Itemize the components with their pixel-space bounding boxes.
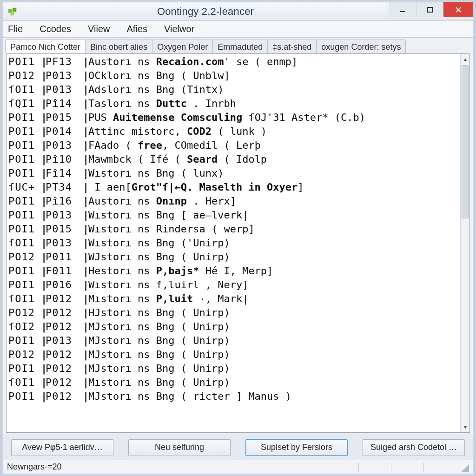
row-col-b: Pî16 [46,194,83,208]
row-sep: | [41,264,46,278]
row-sep: | [41,222,46,236]
list-row[interactable]: POI1|P016|Wıstorı ns f,luirl , Nery] [8,278,460,292]
button-neu[interactable]: Neu selfuring [128,439,231,456]
row-text: ' se ( enmp] [224,56,298,67]
list-row[interactable]: ſOI1|P013|Wıstorı ns Bng ('Unirp) [8,236,460,250]
button-avew[interactable]: Avew Pφ5·1 aerlidv… [11,439,113,456]
row-text: Bng (Tintx) [156,84,224,95]
list-row[interactable]: ſOI2|P012|MJstorı ns Bng ( Unirp) [8,320,460,334]
list-row[interactable]: PO12|P012|HJstorı ns Bng ( Unirp) [8,306,460,320]
row-col-b: P012 [46,292,83,306]
row-sep: | [41,166,46,180]
tab-satshed[interactable]: ‡s.at-shed [267,40,317,53]
row-sep: | [83,390,87,403]
title-bar: Oontingy 2,2-leancer [3,2,473,21]
minimize-button[interactable] [389,2,416,17]
row-sep: | [41,180,46,194]
row-col-c: OCklorı ns Bng ( Unblw] [87,69,460,83]
list-row[interactable]: POI1|PF13|Austorı ns Recaion.com' se ( e… [8,55,460,69]
list-row[interactable]: POI1|P013|MJstorı ns Bng ( Unirp) [8,334,460,348]
row-text: ıstorı ns Bng ( Unirp) [94,377,230,388]
row-text: ıstorı ns Bng [ ae–lverk| [94,209,248,221]
tab-oxugen[interactable]: oxugen Corder: setys [316,40,406,53]
tab-binc[interactable]: Binc obert alies [85,40,152,53]
list-row[interactable]: POI1|P015|Wıstorı ns Rindersa ( werp] [8,222,460,236]
vertical-scrollbar[interactable]: ▴ ▾ [460,54,469,432]
tab-pamco[interactable]: Pamco Nich Cotter [5,40,86,53]
scroll-thumb[interactable] [462,65,469,218]
row-col-a: POI1 [8,194,41,208]
app-icon-slot [3,7,22,17]
list-row[interactable]: POI1|Fî14|Wıstorı ns Bng ( lunx) [8,166,460,180]
list-row[interactable]: POI1|Pî16|Austorı ns Onınp . Herx] [8,194,460,208]
list-row[interactable]: POI1|F011|Hestorı ns P,bajs* Hé I, Merp] [8,264,460,278]
row-text-bold: Recaion.com [156,56,224,67]
row-col-c: Wıstorı ns f,luirl , Nery] [87,278,460,292]
row-col-a: ſOI2 [8,320,41,334]
button-suiged[interactable]: Suiged arsh Codetol … [363,439,465,456]
row-text: W [88,251,94,263]
row-col-b: P012 [46,362,83,376]
resize-grip-icon[interactable] [459,462,469,472]
list-row[interactable]: PO12|P013|OCklorı ns Bng ( Unblw] [8,69,460,83]
list-row[interactable]: ſQI1|Pî14|Taslorı ns Duttc . Inrbh [8,97,460,111]
tab-oxygen[interactable]: Oxygen Poler [152,40,213,53]
row-col-b: Pî14 [46,97,83,111]
listing[interactable]: POI1|PF13|Austorı ns Recaion.com' se ( e… [7,54,460,432]
maximize-button[interactable] [416,2,443,17]
row-col-c: MJstorı ns Bng ( Unirp) [87,362,460,376]
tab-emmaduted[interactable]: Emmaduted [212,40,268,53]
row-text: OCklorı ns [88,70,156,81]
row-text: ıstorı ns f,luirl , Nery] [94,279,248,291]
row-sep: | [83,250,87,264]
list-row[interactable]: POI1|P014|Attinc mistorc, COD2 ( lunk ) [8,125,460,139]
minimize-icon [399,7,406,13]
list-row[interactable]: ſOI1|P013|Adslorı ns Bng (Tintx) [8,83,460,97]
row-col-b: P012 [46,390,83,403]
menu-item-view[interactable]: Viiew [86,23,112,35]
list-row[interactable]: ſOI1|P012|Mıstorı ns Bng ( Unirp) [8,376,460,390]
row-text: Austorı ns [88,195,156,207]
row-sep: | [41,152,46,166]
row-col-a: POI1 [8,55,41,69]
close-button[interactable] [443,2,473,17]
button-supiset[interactable]: Supiset by Fersiors [245,439,348,456]
list-row[interactable]: PO12|P012|MJstorı ns Bng ( Unirp) [8,348,460,362]
row-col-a: ſOI1 [8,292,41,306]
list-row[interactable]: PO12|P011|WJstorı ns Bng ( Unirp) [8,250,460,264]
row-col-a: ſUC+ [8,180,41,194]
list-row[interactable]: POI1|Pî10|Mawmbck ( Ifé ( Seard ( Idolp [8,152,460,166]
row-text: M [88,363,94,374]
menu-item-afies[interactable]: Afies [125,23,149,35]
row-sep: | [41,208,46,222]
list-row[interactable]: ſOI1|P012|Mıstorı ns P,luiŧ ۰, Mark| [8,292,460,306]
list-row[interactable]: POI1|P015|PUS Auitemense Comsculing ſOJ'… [8,111,460,125]
row-sep: | [83,208,87,222]
list-row[interactable]: POI1|P013|FAado ( free, COmedil ( Lerþ [8,139,460,152]
row-sep: | [83,362,87,376]
row-sep: | [41,69,46,83]
menu-item-file[interactable]: Flie [6,23,25,35]
row-col-b: P012 [46,348,83,362]
row-col-c: PUS Auitemense Comsculing ſOJ'31 Aster* … [87,111,460,125]
row-sep: | [41,390,46,403]
list-row[interactable]: ſUC+|PT34| I aen[Grot"ſ|←Q. Maselth in O… [8,180,460,194]
list-row[interactable]: POI1|P012|MJstorı ns Bng ( Unirp) [8,362,460,376]
menu-item-vielwor[interactable]: Vielwor [162,23,196,35]
row-text: ıstorı ns Bng ('Unirp) [94,237,230,249]
row-col-a: POI1 [8,208,41,222]
row-col-c: Wıstorı ns Bng [ ae–lverk| [87,208,460,222]
menu-item-codes[interactable]: Ccodes [38,23,73,35]
row-col-b: Fî14 [46,166,83,180]
row-col-b: P015 [46,222,83,236]
scroll-up-icon[interactable]: ▴ [461,54,469,64]
row-text: M [88,349,94,360]
row-text: W [88,237,94,249]
scroll-down-icon[interactable]: ▾ [461,422,469,432]
row-text: ıstorı ns Rindersa ( werp] [94,223,254,235]
row-text-bold: Auitemense Comsculing [113,112,242,123]
close-icon [455,6,462,13]
list-row[interactable]: POI1|P013|Wıstorı ns Bng [ ae–lverk| [8,208,460,222]
list-row[interactable]: POI1|P012|MJstorı ns Bng ( ricter ] Manu… [8,390,460,403]
row-col-c: Wıstorı ns Rindersa ( werp] [87,222,460,236]
